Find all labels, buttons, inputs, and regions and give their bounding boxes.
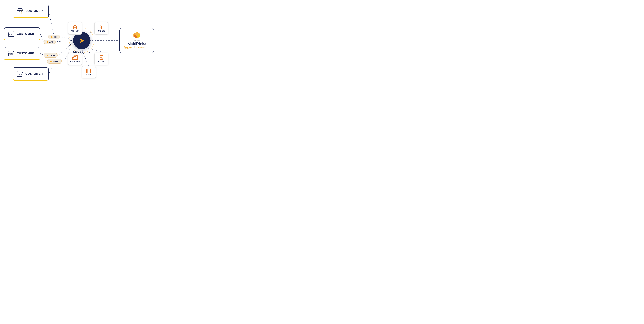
svg-rect-39 (72, 57, 74, 60)
svg-rect-56 (90, 69, 91, 73)
pill-json: JSON (44, 53, 58, 58)
svg-line-1 (40, 34, 44, 42)
svg-rect-57 (91, 69, 91, 73)
customer-card-mid-bot: CUSTOMER (4, 47, 40, 60)
customer-card-bottom: CUSTOMER (12, 67, 49, 81)
data-icon-orders: ORDERS (94, 22, 108, 34)
data-icon-asns: ASNS (82, 66, 96, 78)
svg-rect-36 (74, 26, 76, 29)
asns-icon (86, 69, 92, 73)
svg-line-2 (40, 53, 44, 55)
asns-label: ASNS (86, 74, 91, 75)
svg-rect-23 (10, 35, 12, 37)
pill-label-email: EMAIL (53, 60, 59, 62)
svg-point-43 (74, 55, 76, 56)
invoices-icon: $ (99, 55, 104, 60)
svg-rect-51 (87, 69, 88, 73)
svg-rect-21 (9, 33, 14, 37)
pill-api: API (44, 39, 56, 44)
customer-label-mid-bot: CUSTOMER (17, 52, 34, 55)
pick-text: Pick (136, 42, 145, 46)
wms-text: Warehouse Management Software (124, 46, 150, 50)
product-label: PRODUCT (70, 30, 80, 32)
registered-mark: ® (144, 43, 146, 46)
svg-rect-53 (88, 69, 89, 73)
crossfire-arrow-icon: ➤ (79, 37, 85, 44)
svg-rect-16 (19, 12, 21, 14)
interlogic-text: interlogic (132, 39, 141, 41)
store-icon-bottom (16, 70, 24, 78)
svg-line-0 (49, 11, 54, 37)
product-icon (72, 25, 78, 29)
svg-rect-33 (19, 75, 21, 77)
orders-label: ORDERS (98, 30, 105, 32)
multipick-box: interlogic Multi Pick ® Warehouse Manage… (120, 28, 154, 53)
multipick-logo-text: interlogic Multi Pick ® Warehouse Manage… (124, 39, 150, 50)
data-icon-invoices: $ INVOICES (94, 53, 108, 65)
customer-label-bottom: CUSTOMER (26, 72, 43, 75)
svg-rect-50 (86, 69, 87, 73)
store-icon-mid-bot (8, 50, 15, 57)
pill-label-edi: EDI (54, 36, 57, 38)
customer-label-mid-top: CUSTOMER (17, 32, 34, 35)
inventory-icon (72, 55, 78, 60)
pill-edi: EDI (48, 34, 60, 39)
svg-rect-31 (17, 73, 22, 77)
store-icon-top (16, 7, 24, 15)
pill-label-json: JSON (49, 54, 55, 56)
pill-dot-api (46, 41, 48, 43)
svg-rect-41 (76, 56, 78, 60)
pill-dot-email (50, 61, 52, 62)
svg-point-42 (73, 56, 74, 57)
svg-rect-55 (90, 69, 90, 73)
multi-text: Multi (128, 42, 136, 46)
svg-rect-40 (74, 56, 76, 60)
pill-email: EMAIL (47, 59, 62, 64)
customer-label-top: CUSTOMER (26, 9, 43, 13)
svg-rect-54 (89, 69, 90, 73)
pill-dot-json (46, 55, 48, 56)
pill-label-api: API (49, 41, 53, 43)
customer-card-top: CUSTOMER (12, 5, 49, 18)
invoices-label: INVOICES (97, 61, 106, 63)
svg-rect-28 (10, 54, 12, 56)
store-icon-mid-top (8, 30, 15, 37)
multipick-cube-icon (132, 31, 142, 38)
inventory-label: INVENTORY (70, 61, 80, 63)
customer-card-mid-top: CUSTOMER (4, 27, 40, 40)
orders-icon (99, 25, 104, 29)
data-icon-product: PRODUCT (68, 22, 82, 34)
svg-rect-52 (88, 69, 88, 73)
data-icon-inventory: INVENTORY (68, 53, 82, 65)
svg-rect-26 (9, 53, 14, 56)
diagram-container: CUSTOMER CUSTOMER CUSTOMER (0, 0, 161, 81)
pill-dot-edi (51, 36, 52, 38)
